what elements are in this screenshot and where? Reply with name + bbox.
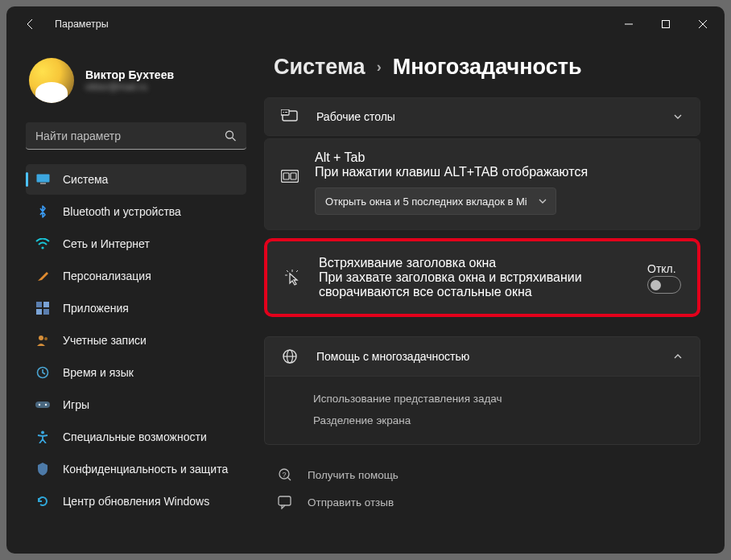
svg-rect-35: [279, 496, 291, 505]
help-multitasking-card[interactable]: Помощь с многозадачностью: [264, 336, 700, 377]
sidebar-item-apps[interactable]: Приложения: [26, 293, 246, 323]
breadcrumb: Система › Многозадачность: [274, 55, 700, 80]
update-icon: [35, 494, 50, 509]
privacy-icon: [35, 462, 50, 476]
svg-rect-22: [282, 171, 299, 183]
sidebar-item-label: Система: [63, 173, 108, 186]
accessibility-icon: [35, 430, 50, 444]
svg-point-2: [226, 131, 233, 138]
breadcrumb-parent[interactable]: Система: [274, 55, 366, 80]
svg-rect-5: [40, 183, 46, 184]
svg-rect-9: [36, 309, 42, 315]
help-link-task-view[interactable]: Использование представления задач: [313, 388, 684, 410]
svg-point-15: [39, 404, 40, 406]
sidebar-item-label: Конфиденциальность и защита: [63, 463, 228, 476]
help-link-split-screen[interactable]: Разделение экрана: [313, 410, 684, 431]
wifi-icon: [35, 237, 50, 251]
svg-line-34: [287, 477, 291, 480]
main-content: Система › Многозадачность Рабочие столы: [256, 42, 725, 554]
dropdown-value: Открыть окна и 5 последних вкладок в Mi: [325, 196, 527, 208]
svg-point-6: [41, 246, 43, 249]
footer-link-label: Отправить отзыв: [308, 496, 394, 509]
sidebar-item-accounts[interactable]: Учетные записи: [26, 325, 246, 356]
sidebar-item-gaming[interactable]: Игры: [26, 389, 246, 420]
sidebar-item-accessibility[interactable]: Специальные возможности: [26, 422, 246, 452]
svg-rect-8: [43, 302, 49, 307]
desktops-icon: [281, 109, 299, 124]
card-title: Рабочие столы: [316, 110, 655, 123]
minimize-button[interactable]: [610, 11, 647, 37]
card-title: Alt + Tab: [315, 150, 684, 165]
nav: Система Bluetooth и устройства Сеть и Ин…: [26, 164, 246, 517]
clock-icon: [35, 365, 50, 380]
titlebar: Параметры: [6, 6, 725, 42]
card-title: Встряхивание заголовка окна: [319, 256, 630, 270]
alt-tab-card: Alt + Tab При нажатии клавиш ALT+TAB ото…: [264, 138, 700, 230]
sidebar-item-system[interactable]: Система: [26, 164, 246, 195]
shake-toggle[interactable]: [647, 276, 681, 294]
svg-rect-10: [43, 309, 49, 315]
sidebar-item-label: Bluetooth и устройства: [63, 205, 181, 218]
windows-switch-icon: [281, 170, 299, 183]
feedback-icon: [277, 495, 293, 509]
sidebar-item-time-language[interactable]: Время и язык: [26, 357, 246, 388]
sidebar-item-label: Персонализация: [63, 270, 151, 282]
svg-rect-4: [36, 175, 49, 183]
shake-window-card[interactable]: Встряхивание заголовка окна При захвате …: [264, 238, 700, 317]
desktops-card[interactable]: Рабочие столы: [264, 97, 700, 136]
svg-rect-7: [36, 302, 42, 307]
breadcrumb-current: Многозадачность: [393, 55, 582, 80]
sidebar-item-label: Игры: [63, 398, 89, 411]
chevron-down-icon: [672, 111, 684, 122]
svg-rect-1: [663, 21, 670, 28]
accounts-icon: [35, 333, 50, 348]
window-controls: [610, 11, 721, 37]
sidebar-item-privacy[interactable]: Конфиденциальность и защита: [26, 454, 246, 484]
chevron-up-icon: [672, 351, 684, 362]
svg-line-25: [287, 270, 288, 272]
get-help-link[interactable]: ? Получить помощь: [272, 461, 700, 488]
sidebar-item-network[interactable]: Сеть и Интернет: [26, 229, 246, 259]
sidebar-item-bluetooth[interactable]: Bluetooth и устройства: [26, 196, 246, 227]
search-input[interactable]: [26, 122, 246, 150]
chevron-down-icon: [538, 196, 547, 206]
card-title: Помощь с многозадачностью: [316, 350, 655, 363]
svg-point-17: [41, 431, 44, 434]
games-icon: [35, 397, 50, 412]
chevron-right-icon: ›: [377, 59, 382, 76]
avatar: [29, 58, 74, 103]
profile-block[interactable]: Виктор Бухтеев viktor@mail.ru: [26, 42, 246, 119]
bluetooth-icon: [35, 204, 50, 219]
card-desc: При нажатии клавиш ALT+TAB отображаются: [315, 165, 684, 179]
feedback-link[interactable]: Отправить отзыв: [272, 488, 700, 516]
profile-name: Виктор Бухтеев: [85, 68, 174, 81]
search-icon: [225, 130, 237, 142]
sidebar-item-label: Приложения: [63, 302, 129, 315]
sidebar-item-label: Сеть и Интернет: [63, 237, 150, 250]
back-button[interactable]: [14, 8, 47, 40]
profile-email: viktor@mail.ru: [85, 81, 174, 93]
svg-rect-24: [291, 173, 296, 179]
sidebar-item-personalization[interactable]: Персонализация: [26, 261, 246, 291]
close-button[interactable]: [684, 11, 721, 37]
settings-window: Параметры Виктор Бухтеев viktor@mail.ru: [6, 6, 725, 554]
globe-icon: [281, 348, 299, 364]
sidebar-item-label: Учетные записи: [63, 334, 147, 347]
sidebar: Виктор Бухтеев viktor@mail.ru Система: [6, 42, 256, 554]
svg-line-27: [296, 270, 298, 272]
svg-text:?: ?: [282, 471, 286, 479]
brush-icon: [35, 269, 50, 283]
svg-rect-14: [35, 401, 50, 408]
maximize-button[interactable]: [647, 11, 684, 37]
window-title: Параметры: [55, 19, 109, 30]
svg-rect-23: [283, 173, 289, 179]
card-desc: При захвате заголовка окна и встряхивани…: [319, 270, 630, 299]
toggle-state-label: Откл.: [647, 262, 676, 275]
footer-link-label: Получить помощь: [308, 469, 399, 481]
alt-tab-dropdown[interactable]: Открыть окна и 5 последних вкладок в Mi: [315, 187, 556, 215]
sidebar-item-update[interactable]: Центр обновления Windows: [26, 486, 246, 517]
svg-line-3: [233, 138, 236, 141]
svg-point-11: [39, 336, 43, 340]
sidebar-item-label: Специальные возможности: [63, 430, 207, 443]
monitor-icon: [35, 172, 50, 187]
